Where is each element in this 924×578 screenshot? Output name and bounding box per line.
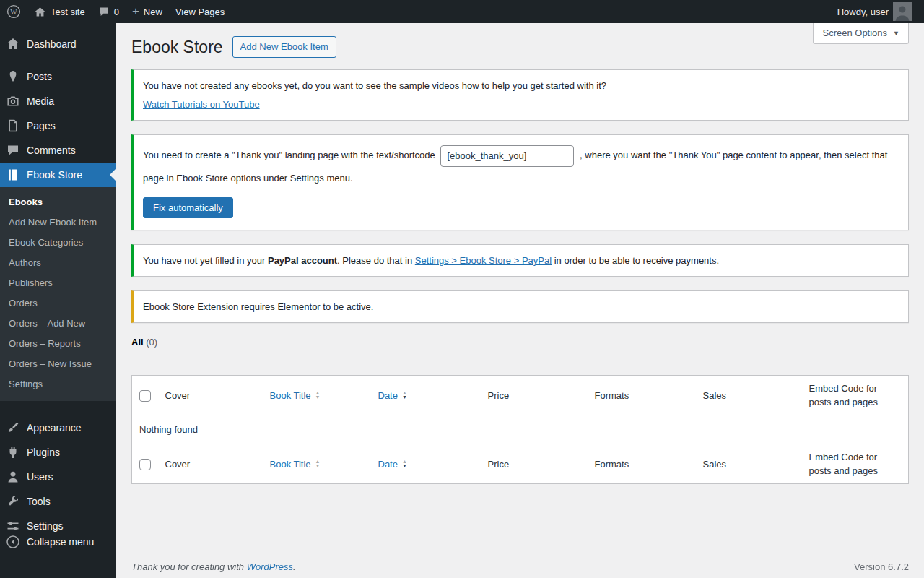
table-footer-row: Cover Book Title▲▼ Date▲▼ Price Formats … <box>132 444 909 484</box>
table-row: Nothing found <box>132 415 909 444</box>
page-icon <box>6 118 20 133</box>
plug-icon <box>6 445 20 460</box>
column-cover: Cover <box>158 376 263 415</box>
notice-paypal: You have not yet filled in your PayPal a… <box>131 244 909 277</box>
sidebar-item-ebook-store[interactable]: Ebook Store <box>0 163 116 187</box>
wrench-icon <box>6 494 20 509</box>
screen-options-button[interactable]: Screen Options ▼ <box>813 23 909 44</box>
shortcode-input[interactable] <box>440 145 574 167</box>
column-price: Price <box>481 444 588 484</box>
column-cover: Cover <box>158 444 263 484</box>
column-formats: Formats <box>588 444 696 484</box>
sidebar-item-appearance[interactable]: Appearance <box>0 415 116 440</box>
collapse-menu-button[interactable]: Collapse menu <box>0 530 116 554</box>
footer-thanks-text: Thank you for creating with <box>131 561 247 572</box>
footer-thanks: Thank you for creating with WordPress. <box>131 561 296 572</box>
home-icon <box>34 6 46 18</box>
sidebar-item-comments[interactable]: Comments <box>0 138 116 163</box>
column-date-sort-bottom[interactable]: Date▲▼ <box>378 457 407 471</box>
sort-arrows-icon: ▲▼ <box>315 460 321 468</box>
submenu-item-authors[interactable]: Authors <box>0 253 116 273</box>
view-pages-label: View Pages <box>175 7 225 17</box>
admin-bar-new-link[interactable]: + New <box>126 0 169 23</box>
table-header-row: Cover Book Title▲▼ Date▲▼ Price Formats … <box>132 376 909 415</box>
sidebar-item-label: Ebook Store <box>27 169 82 181</box>
submenu-item-ebook-categories[interactable]: Ebook Categories <box>0 233 116 253</box>
main-content: Screen Options ▼ Ebook Store Add New Ebo… <box>116 0 924 555</box>
paypal-text-mid: . Please do that in <box>337 255 415 266</box>
notice-elementor-text: Ebook Store Extension requires Elementor… <box>143 301 373 312</box>
filter-links: All (0) <box>131 337 909 348</box>
new-label: New <box>144 7 162 17</box>
howdy-label: Howdy, user <box>837 7 889 17</box>
wordpress-link[interactable]: WordPress <box>247 561 293 572</box>
select-all-checkbox[interactable] <box>139 390 151 402</box>
sidebar-item-dashboard[interactable]: Dashboard <box>0 32 116 56</box>
paypal-text-start: You have not yet filled in your <box>143 255 268 266</box>
submenu-item-orders-reports[interactable]: Orders – Reports <box>0 334 116 354</box>
sort-arrows-icon: ▲▼ <box>402 460 407 468</box>
ebooks-table: Cover Book Title▲▼ Date▲▼ Price Formats … <box>131 375 909 484</box>
camera-icon <box>6 94 20 108</box>
wordpress-logo-button[interactable]: W <box>0 0 27 23</box>
sidebar-item-media[interactable]: Media <box>0 89 116 113</box>
plus-icon: + <box>132 5 139 17</box>
column-date-sort[interactable]: Date▲▼ <box>378 389 407 402</box>
menu-separator <box>0 401 116 415</box>
svg-text:W: W <box>10 8 17 16</box>
sidebar-item-label: Pages <box>27 120 56 131</box>
paypal-account-bold: PayPal account <box>268 255 337 266</box>
submenu-item-settings[interactable]: Settings <box>0 374 116 394</box>
submenu-item-add-new-ebook[interactable]: Add New Ebook Item <box>0 212 116 233</box>
select-all-checkbox-bottom[interactable] <box>139 459 151 470</box>
admin-footer: Thank you for creating with WordPress. V… <box>131 561 909 572</box>
submenu-item-orders-add-new[interactable]: Orders – Add New <box>0 314 116 334</box>
column-formats: Formats <box>588 376 696 415</box>
howdy-account-link[interactable]: Howdy, user <box>831 0 918 23</box>
notice-elementor: Ebook Store Extension requires Elementor… <box>131 290 909 323</box>
ebook-store-submenu: Ebooks Add New Ebook Item Ebook Categori… <box>0 187 116 401</box>
site-name-label: Test site <box>51 7 85 17</box>
sidebar-item-users[interactable]: Users <box>0 465 116 489</box>
filter-all-label: All <box>131 337 144 348</box>
sidebar-item-label: Dashboard <box>27 38 77 50</box>
column-book-title-sort-bottom[interactable]: Book Title▲▼ <box>270 457 321 471</box>
empty-row-text: Nothing found <box>132 415 909 444</box>
sidebar-item-pages[interactable]: Pages <box>0 113 116 138</box>
submenu-item-orders-new-issue[interactable]: Orders – New Issue <box>0 354 116 374</box>
dashboard-icon <box>6 37 20 51</box>
filter-all-link[interactable]: All (0) <box>131 337 157 348</box>
paypal-settings-link[interactable]: Settings > Ebook Store > PayPal <box>415 255 552 266</box>
column-book-title-sort[interactable]: Book Title▲▼ <box>270 389 321 402</box>
admin-bar-comments-link[interactable]: 0 <box>92 0 126 23</box>
brush-icon <box>6 420 20 435</box>
sidebar-item-plugins[interactable]: Plugins <box>0 440 116 465</box>
screen-options-label: Screen Options <box>822 27 887 38</box>
filter-all-count: (0) <box>146 337 157 348</box>
admin-bar-view-pages-link[interactable]: View Pages <box>169 0 231 23</box>
site-name-link[interactable]: Test site <box>27 0 92 23</box>
column-sales: Sales <box>696 444 802 484</box>
comments-icon <box>6 143 20 158</box>
sidebar-item-tools[interactable]: Tools <box>0 489 116 514</box>
watch-tutorials-link[interactable]: Watch Tutorials on YouTube <box>143 99 260 110</box>
menu-separator <box>0 56 116 64</box>
sidebar-item-label: Comments <box>27 144 76 156</box>
submenu-item-publishers[interactable]: Publishers <box>0 273 116 293</box>
sidebar-item-posts[interactable]: Posts <box>0 64 116 89</box>
collapse-arrow-icon <box>6 535 20 549</box>
sidebar-item-label: Plugins <box>27 447 60 458</box>
paypal-text-end: in order to be able to receive payments. <box>552 255 719 266</box>
submenu-item-orders[interactable]: Orders <box>0 293 116 314</box>
admin-sidebar: Dashboard Posts Media Pages Comments Ebo… <box>0 23 116 578</box>
user-icon <box>6 470 20 484</box>
page-title: Ebook Store <box>131 36 223 58</box>
fix-automatically-button[interactable]: Fix automatically <box>143 197 233 218</box>
column-embed-code: Embed Code for posts and pages <box>802 444 909 484</box>
notice-tutorials: You have not created any ebooks yet, do … <box>131 69 909 121</box>
submenu-item-ebooks[interactable]: Ebooks <box>0 192 116 212</box>
avatar <box>893 2 912 21</box>
add-new-ebook-button[interactable]: Add New Ebook Item <box>232 36 336 58</box>
notice-tutorials-text: You have not created any ebooks yet, do … <box>143 80 606 91</box>
page-header: Ebook Store Add New Ebook Item <box>131 36 909 58</box>
